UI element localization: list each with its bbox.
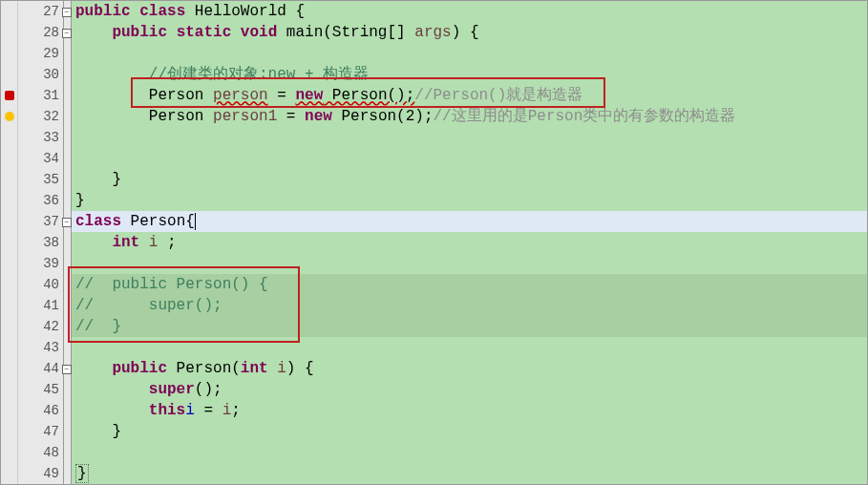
code-line[interactable] [72,337,867,358]
line-number[interactable]: 44 [18,358,59,379]
line-number[interactable]: 30 [18,64,59,85]
fold-bar: − − − − [64,1,72,484]
line-number[interactable]: 43 [18,337,59,358]
code-line[interactable]: // } [72,316,867,337]
line-number[interactable]: 46 [18,400,59,421]
code-line[interactable]: //创建类的对象:new + 构造器 [72,64,867,85]
code-line[interactable]: public static void main(String[] args) { [72,22,867,43]
code-line[interactable]: } [72,169,867,190]
code-line[interactable]: } [72,463,867,484]
line-number[interactable]: 36 [18,190,59,211]
code-line[interactable]: // super(); [72,295,867,316]
code-line[interactable]: int i ; [72,232,867,253]
code-line[interactable]: } [72,421,867,442]
code-line[interactable]: // public Person() { [72,274,867,295]
code-line[interactable] [72,43,867,64]
line-number[interactable]: 41 [18,295,59,316]
line-number[interactable]: 42 [18,316,59,337]
line-number[interactable]: 29 [18,43,59,64]
line-number[interactable]: 27 [18,1,59,22]
warning-marker[interactable] [1,106,17,127]
code-line[interactable]: public class HelloWorld { [72,1,867,22]
code-line[interactable]: Person person1 = new Person(2);//这里用的是Pe… [72,106,867,127]
fold-toggle[interactable]: − [62,218,72,227]
line-number[interactable]: 37 [18,211,59,232]
line-number[interactable]: 35 [18,169,59,190]
code-line[interactable]: thisi = i; [72,400,867,421]
line-number[interactable]: 40 [18,274,59,295]
code-line[interactable] [72,442,867,463]
line-number[interactable]: 34 [18,148,59,169]
fold-toggle[interactable]: − [62,29,72,38]
code-line[interactable] [72,148,867,169]
caret [195,213,196,230]
line-number[interactable]: 49 [18,463,59,484]
line-number[interactable]: 28 [18,22,59,43]
code-line[interactable] [72,253,867,274]
line-number[interactable]: 48 [18,442,59,463]
code-line[interactable]: super(); [72,379,867,400]
marker-bar [1,1,18,484]
bracket-match: } [75,464,89,483]
line-number[interactable]: 33 [18,127,59,148]
line-number[interactable]: 39 [18,253,59,274]
line-number-gutter[interactable]: 27 28 29 30 31 32 33 34 35 36 37 38 39 4… [18,1,64,484]
line-number[interactable]: 38 [18,232,59,253]
code-line[interactable] [72,127,867,148]
line-number[interactable]: 47 [18,421,59,442]
code-line[interactable]: Person person = new Person();//Person()就… [72,85,867,106]
line-number[interactable]: 45 [18,379,59,400]
line-number[interactable]: 31 [18,85,59,106]
fold-toggle[interactable]: − [62,365,72,374]
line-number[interactable]: 32 [18,106,59,127]
code-area[interactable]: public class HelloWorld { public static … [72,1,867,484]
error-marker[interactable] [1,85,17,106]
code-line[interactable]: class Person{ [72,211,867,232]
code-line[interactable]: public Person(int i) { [72,358,867,379]
code-line[interactable]: } [72,190,867,211]
fold-toggle[interactable]: − [62,8,72,17]
code-editor[interactable]: 27 28 29 30 31 32 33 34 35 36 37 38 39 4… [1,1,867,484]
